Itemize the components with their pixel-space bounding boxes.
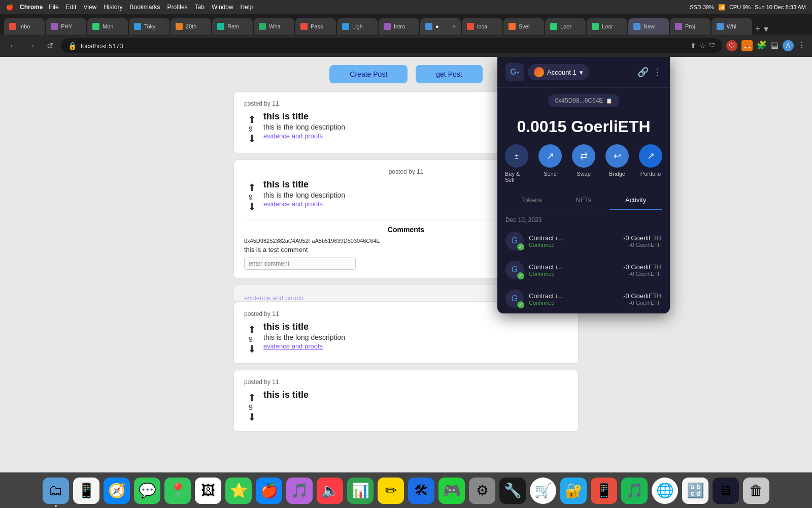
- tab-phy[interactable]: PHY: [46, 18, 86, 35]
- mm-buy-sell-button[interactable]: ± Buy & Sell: [505, 144, 528, 183]
- puzzle-ext-icon[interactable]: 🧩: [757, 40, 767, 51]
- dock-pycharm[interactable]: 🎮: [438, 478, 465, 504]
- new-tab-button[interactable]: +: [755, 24, 761, 35]
- upvote-icon-5[interactable]: ⬆: [248, 392, 256, 404]
- menu-history[interactable]: History: [104, 4, 122, 11]
- tab-loor2[interactable]: Loor: [587, 18, 627, 35]
- sidebar-toggle[interactable]: ▤: [771, 40, 779, 51]
- reload-button[interactable]: ↺: [43, 39, 57, 53]
- downvote-icon-2[interactable]: ⬇: [248, 201, 256, 213]
- mm-tab-activity[interactable]: Activity: [610, 191, 662, 210]
- dock-appstore[interactable]: 🍎: [256, 478, 282, 504]
- dock-maps[interactable]: 📍: [164, 478, 191, 504]
- tab-inbox[interactable]: Inbo: [4, 18, 45, 35]
- post-link-partial[interactable]: evidence and proofs: [244, 294, 303, 302]
- mm-tab-tokens[interactable]: Tokens: [505, 191, 558, 210]
- mm-transaction-1[interactable]: G ✓ Contract i... Confirmed -0 GoerliETH…: [497, 227, 670, 256]
- forward-button[interactable]: →: [24, 39, 39, 53]
- mm-network-icon[interactable]: 🔗: [637, 67, 649, 78]
- menu-help[interactable]: Help: [241, 4, 253, 11]
- dock-settings[interactable]: ⚙: [469, 478, 495, 504]
- fox-ext-icon[interactable]: 🦊: [741, 40, 753, 51]
- tab-active[interactable]: ● ×: [420, 18, 461, 35]
- dock-music[interactable]: 🔈: [317, 478, 343, 504]
- tab-loor1[interactable]: Loor: [545, 18, 586, 35]
- mm-logo-dropdown[interactable]: ▾: [517, 70, 519, 75]
- dock-spotify[interactable]: 🎵: [621, 478, 648, 504]
- dock-trash[interactable]: 🗑: [743, 478, 769, 504]
- bookmark-icon[interactable]: ☆: [699, 42, 706, 50]
- mm-account-button[interactable]: Account 1 ▾: [528, 64, 589, 80]
- tab-svel[interactable]: Svel: [503, 18, 544, 35]
- ext-avatar-icon[interactable]: 🛡: [726, 40, 737, 51]
- tab-pass[interactable]: Pass: [295, 18, 336, 35]
- tab-toky[interactable]: Toky: [129, 18, 170, 35]
- mm-address-badge[interactable]: 0x45D98...6C64E 📋: [548, 94, 620, 107]
- tab-close-icon[interactable]: ×: [453, 24, 456, 29]
- mm-transaction-2[interactable]: G ✓ Contract i... Confirmed -0 GoerliETH…: [497, 256, 670, 284]
- user-avatar-btn[interactable]: A: [783, 40, 794, 51]
- tab-mon[interactable]: Mon: [87, 18, 128, 35]
- dock-photos[interactable]: 🖼: [195, 478, 221, 504]
- mm-send-button[interactable]: ↗ Send: [538, 144, 562, 183]
- mm-tab-nfts[interactable]: NFTs: [558, 191, 610, 210]
- share-icon[interactable]: ⬆: [690, 42, 696, 50]
- mm-logo-button[interactable]: G ▾: [505, 63, 524, 81]
- mm-more-icon[interactable]: ⋮: [653, 67, 662, 78]
- create-post-button[interactable]: Create Post: [329, 65, 408, 83]
- menu-tab[interactable]: Tab: [195, 4, 205, 11]
- dock-vscode[interactable]: 🔐: [560, 478, 587, 504]
- upvote-icon-1[interactable]: ⬆: [248, 113, 256, 125]
- menu-bookmarks[interactable]: Bookmarks: [130, 4, 160, 11]
- dock-acrobat[interactable]: 📱: [591, 478, 617, 504]
- downvote-icon-1[interactable]: ⬇: [248, 133, 256, 145]
- tab-whi[interactable]: Whi: [712, 18, 752, 35]
- mm-swap-button[interactable]: ⇄ Swap: [572, 144, 595, 183]
- downvote-icon-5[interactable]: ⬇: [248, 411, 256, 423]
- dock-terminal[interactable]: 🔧: [499, 478, 526, 504]
- menu-file[interactable]: File: [49, 4, 58, 11]
- tab-wha[interactable]: Wha: [254, 18, 294, 35]
- dock-numbers[interactable]: 📊: [347, 478, 374, 504]
- dock-podcasts[interactable]: 🎵: [286, 478, 313, 504]
- mm-transaction-3[interactable]: G ✓ Contract i... Confirmed -0 GoerliETH…: [497, 284, 670, 313]
- tab-intro[interactable]: Intro: [379, 18, 419, 35]
- get-post-button[interactable]: get Post: [416, 65, 482, 83]
- menu-view[interactable]: View: [83, 4, 96, 11]
- dock-xcode[interactable]: 🛠: [408, 478, 434, 504]
- apple-icon[interactable]: 🍎: [6, 4, 14, 11]
- mm-copy-icon[interactable]: 📋: [606, 98, 612, 104]
- more-options-btn[interactable]: ⋮: [798, 40, 806, 51]
- dock-launchpad[interactable]: 📱: [73, 478, 99, 504]
- upvote-icon-2[interactable]: ⬆: [248, 181, 256, 194]
- dock-messages[interactable]: 💬: [134, 478, 160, 504]
- tab-20th[interactable]: 20th: [171, 18, 211, 35]
- tab-proj[interactable]: Proj: [670, 18, 710, 35]
- extension-icon-1[interactable]: 🛡: [709, 42, 715, 50]
- tab-list-button[interactable]: ▾: [764, 23, 768, 35]
- menu-profiles[interactable]: Profiles: [167, 4, 188, 11]
- dock-dict[interactable]: 🔡: [682, 478, 708, 504]
- back-button[interactable]: ←: [6, 39, 20, 53]
- comment-input[interactable]: [244, 258, 356, 270]
- post-link-4[interactable]: evidence and proofs: [263, 342, 568, 350]
- dock-safari[interactable]: 🧭: [104, 478, 130, 504]
- dock-finder[interactable]: 🗂: [43, 478, 69, 504]
- mm-bridge-button[interactable]: ↩ Bridge: [605, 144, 629, 183]
- dock-chrome2[interactable]: 🌐: [652, 478, 678, 504]
- dock-facetime[interactable]: ⭐: [225, 478, 252, 504]
- menu-edit[interactable]: Edit: [66, 4, 77, 11]
- downvote-icon-4[interactable]: ⬇: [248, 343, 256, 355]
- tab-loca[interactable]: loca: [462, 18, 502, 35]
- dock-chrome[interactable]: 🛒: [530, 478, 556, 504]
- tab-new[interactable]: New: [628, 18, 669, 35]
- dock-intellij[interactable]: 🖥: [713, 478, 739, 504]
- upvote-icon-4[interactable]: ⬆: [248, 324, 256, 336]
- menu-window[interactable]: Window: [212, 4, 233, 11]
- tab-ligh[interactable]: Ligh: [337, 18, 378, 35]
- address-box[interactable]: 🔒 localhost:5173 ⬆ ☆ 🛡: [61, 38, 722, 53]
- dock-notes[interactable]: ✏: [378, 478, 404, 504]
- tab-rem[interactable]: Rem: [212, 18, 253, 35]
- mm-portfolio-button[interactable]: ↗ Portfolio: [639, 144, 662, 183]
- mm-tx-amount-main-1: -0 GoerliETH: [623, 234, 662, 242]
